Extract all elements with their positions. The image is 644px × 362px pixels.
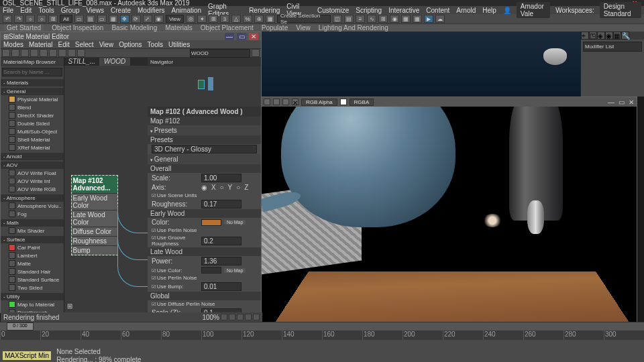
scale-btn[interactable]: ⤢	[143, 15, 152, 23]
sme-tools[interactable]: Tools	[148, 41, 163, 48]
link-btn[interactable]: ⟐	[25, 15, 35, 23]
rotate-btn[interactable]: ⟳	[131, 15, 141, 23]
menu-animation[interactable]: Animation	[172, 7, 201, 14]
node-out-diffuse[interactable]: Diffuse Color	[72, 227, 117, 236]
manip-btn[interactable]: ✦	[197, 15, 207, 23]
item-aovint[interactable]: AOV Write Int	[1, 177, 64, 185]
sme-select[interactable]: Select	[75, 41, 94, 48]
item-atmosvol[interactable]: Atmosphere Volu..	[1, 202, 64, 210]
rfb-swatch[interactable]	[340, 99, 347, 105]
time-handle[interactable]: 0 / 300	[7, 322, 34, 330]
time-slider[interactable]: 0 / 300	[0, 322, 644, 330]
refcoord-dropdown[interactable]: View	[166, 15, 184, 23]
menu-help[interactable]: Help	[482, 7, 496, 14]
rect-region-btn[interactable]: ▭	[97, 15, 107, 23]
viewcube[interactable]	[543, 48, 567, 65]
menu-edit[interactable]: Edit	[20, 7, 32, 14]
user-button[interactable]: Amador Vale	[517, 2, 550, 18]
cat-general[interactable]: - General	[1, 88, 64, 95]
render-setup-btn[interactable]: ▦	[401, 15, 411, 23]
item-carpaint[interactable]: Car Paint	[1, 243, 64, 251]
tab-still[interactable]: STILL_...	[64, 58, 101, 66]
axis-radios[interactable]: ◉X○Y○Z	[201, 184, 249, 191]
rfb-close[interactable]: ✕	[629, 99, 634, 106]
sme-utilities[interactable]: Utilities	[168, 41, 190, 48]
cat-math[interactable]: - Math	[1, 219, 64, 227]
menu-rendering[interactable]: Rendering	[249, 7, 280, 14]
bind-btn[interactable]: ⊞	[48, 15, 58, 23]
modify-tab[interactable]: ◳	[589, 32, 597, 40]
rfb-rgba-drop[interactable]: RGBA	[350, 99, 374, 106]
sme-view[interactable]: View	[99, 41, 114, 48]
power-val[interactable]: 1.36	[201, 257, 241, 265]
select-name-btn[interactable]: ▤	[86, 15, 95, 23]
ribbon-view[interactable]: View	[296, 24, 311, 32]
rfb-min[interactable]: —	[608, 99, 614, 106]
sme-hide-icon[interactable]	[49, 49, 57, 57]
usecolor-chk[interactable]: Use Color:	[152, 267, 199, 274]
late-perlin-chk[interactable]: Use Perlin Noise	[148, 274, 261, 282]
bump-chk[interactable]: Use Bump:	[152, 284, 199, 290]
item-aovrgb[interactable]: AOV Write RGB	[1, 185, 64, 193]
early-color-swatch[interactable]	[201, 219, 221, 226]
ribbon-objinspect[interactable]: Object Inspection	[52, 24, 103, 32]
sme-modes[interactable]: Modes	[3, 41, 23, 48]
cat-atmos[interactable]: - Atmosphere	[1, 194, 64, 202]
rfb-x-btn[interactable]: ✕	[292, 99, 299, 105]
item-twosided[interactable]: Two Sided	[1, 284, 64, 292]
item-dblsided[interactable]: Double Sided	[1, 119, 64, 127]
ribbon-basicmodel[interactable]: Basic Modeling	[111, 24, 157, 32]
selection-filter[interactable]: All	[60, 15, 72, 23]
pct-snap-btn[interactable]: %	[243, 15, 252, 23]
menu-group[interactable]: Group	[61, 7, 80, 14]
workspace-dropdown[interactable]: Design Standard	[600, 2, 641, 18]
wire-3[interactable]	[117, 220, 148, 287]
mat-ed-btn[interactable]: ◉	[390, 15, 399, 23]
create-tab[interactable]: +	[581, 32, 589, 40]
curve-ed-btn[interactable]: ∿	[367, 15, 376, 23]
graph-zoom-icon[interactable]: ⊞	[67, 302, 72, 310]
render-fb-btn[interactable]: ▦	[413, 15, 422, 23]
sme-selectby-icon[interactable]	[77, 49, 85, 57]
menu-views[interactable]: Views	[87, 7, 105, 14]
rfb-save-btn[interactable]	[264, 99, 270, 105]
rfb-clone-btn[interactable]	[282, 99, 289, 105]
sme-nav4-icon[interactable]	[245, 314, 252, 320]
rfb-channel-drop[interactable]: RGB Alpha	[301, 99, 337, 106]
item-shellmat[interactable]: Shell Material	[1, 135, 64, 143]
node-out-early[interactable]: Early Wood Color	[72, 193, 117, 210]
sme-move-icon[interactable]	[30, 49, 38, 57]
display-tab[interactable]: ▦	[613, 32, 621, 40]
wood-node[interactable]: Map #102Advanced... Early Wood Color Lat…	[71, 175, 118, 255]
early-nomap[interactable]: No Map	[224, 220, 246, 225]
late-color-swatch[interactable]	[201, 267, 221, 274]
item-aovfloat[interactable]: AOV Write Float	[1, 169, 64, 177]
rollout-general[interactable]: General	[148, 154, 261, 164]
render-prod-btn[interactable]: ▶	[424, 15, 433, 23]
item-dxshader[interactable]: DirectX Shader	[1, 111, 64, 119]
cat-materials[interactable]: - Materials	[1, 79, 64, 86]
node-out-bump[interactable]: Bump	[72, 245, 117, 255]
sme-search-clear[interactable]	[252, 49, 260, 57]
item-multisub[interactable]: Multi/Sub-Object	[1, 127, 64, 135]
named-selset[interactable]: Create Selection Se	[277, 15, 331, 23]
sme-show-icon[interactable]	[58, 49, 66, 57]
sme-pick-icon[interactable]	[2, 49, 10, 57]
sme-del-icon[interactable]	[21, 49, 29, 57]
sme-close[interactable]: ✕	[249, 33, 258, 40]
hier-tab[interactable]: ◈	[597, 32, 605, 40]
align-btn[interactable]: ▤	[344, 15, 354, 23]
item-physmat[interactable]: Physical Material	[1, 95, 64, 103]
unlink-btn[interactable]: ⟐	[37, 15, 46, 23]
item-maptomat[interactable]: Map to Material	[1, 300, 64, 308]
menu-file[interactable]: File	[3, 7, 13, 14]
rough-val[interactable]: 0.17	[201, 200, 241, 208]
cat-utility[interactable]: - Utility	[1, 293, 64, 300]
item-xrefmat[interactable]: XRef Material	[1, 143, 64, 152]
menu-tools[interactable]: Tools	[38, 7, 54, 14]
time-ruler[interactable]: 0 20 40 60 80 100 120 140 160 180 200 22…	[0, 330, 644, 340]
select-btn[interactable]: ▭	[74, 15, 84, 23]
menu-modifiers[interactable]: Modifiers	[138, 7, 165, 14]
sme-nav3-icon[interactable]	[237, 314, 244, 320]
angle-snap-btn[interactable]: △	[231, 15, 241, 23]
